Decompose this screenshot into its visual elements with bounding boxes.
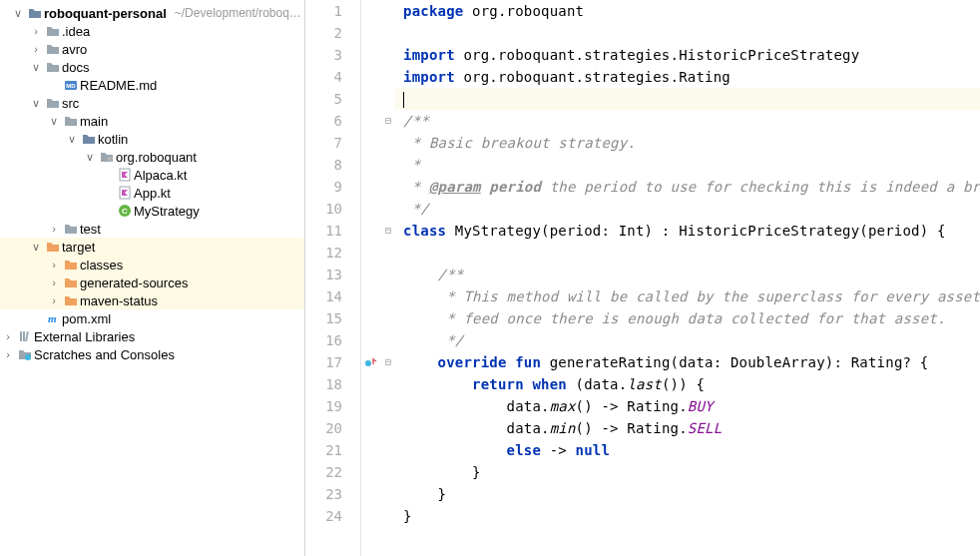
svg-point-2: [108, 157, 113, 162]
folder-icon: [26, 6, 44, 20]
chevron-down-icon[interactable]: ∨: [82, 151, 98, 164]
tree-item-mavenstatus[interactable]: › maven-status: [0, 291, 304, 309]
line-number[interactable]: 16: [319, 329, 342, 351]
tree-item-label: target: [62, 240, 95, 255]
line-number[interactable]: 21: [319, 439, 342, 461]
source-folder-icon: [80, 132, 98, 146]
line-number[interactable]: 4: [319, 66, 342, 88]
line-number[interactable]: 9: [319, 176, 342, 198]
line-number[interactable]: 1: [319, 0, 342, 22]
tree-item-docs[interactable]: ∨ docs: [0, 58, 304, 76]
chevron-down-icon[interactable]: ∨: [28, 241, 44, 254]
line-number[interactable]: 23: [319, 483, 342, 505]
line-number[interactable]: 2: [319, 22, 342, 44]
project-tree-panel: ∨ roboquant-personal ~/Development/roboq…: [0, 0, 305, 556]
chevron-right-icon[interactable]: ›: [0, 330, 16, 342]
chevron-right-icon[interactable]: ›: [28, 43, 44, 55]
tree-item-label: classes: [80, 258, 123, 273]
line-number[interactable]: 10: [319, 198, 342, 220]
line-number[interactable]: 24: [319, 505, 342, 527]
tree-item-label: MyStrategy: [134, 204, 200, 219]
project-tree: ∨ roboquant-personal ~/Development/roboq…: [0, 0, 304, 363]
tree-item-classes[interactable]: › classes: [0, 256, 304, 274]
line-number[interactable]: 14: [319, 285, 342, 307]
tree-item-label: org.roboquant: [116, 150, 197, 165]
fold-toggle-icon[interactable]: ⊟: [381, 220, 395, 242]
tree-item-app[interactable]: App.kt: [0, 184, 304, 202]
line-number[interactable]: 5: [319, 88, 342, 110]
tree-item-label: docs: [62, 60, 89, 75]
tree-item-readme[interactable]: MD README.md: [0, 76, 304, 94]
svg-text:C: C: [122, 207, 128, 216]
line-number[interactable]: 12: [319, 242, 342, 264]
tree-item-root[interactable]: ∨ roboquant-personal ~/Development/roboq…: [0, 4, 304, 22]
code-area[interactable]: package org.roboquant import org.roboqua…: [395, 0, 980, 556]
tree-item-label: src: [62, 96, 79, 111]
tree-item-avro[interactable]: › avro: [0, 40, 304, 58]
tree-item-label: .idea: [62, 24, 90, 39]
line-number[interactable]: 6: [319, 110, 342, 132]
tree-item-kotlin[interactable]: ∨ kotlin: [0, 130, 304, 148]
scratches-icon: [16, 347, 34, 361]
tree-item-src[interactable]: ∨ src: [0, 94, 304, 112]
tree-item-label: avro: [62, 42, 87, 57]
chevron-right-icon[interactable]: ›: [28, 25, 44, 37]
tree-item-idea[interactable]: › .idea: [0, 22, 304, 40]
chevron-right-icon[interactable]: ›: [46, 223, 62, 235]
chevron-right-icon[interactable]: ›: [46, 259, 62, 271]
tree-item-scratches[interactable]: › Scratches and Consoles: [0, 345, 304, 363]
tree-item-target[interactable]: ∨ target: [0, 238, 304, 256]
tree-item-label: pom.xml: [62, 311, 111, 326]
package-icon: [98, 150, 116, 164]
chevron-down-icon[interactable]: ∨: [64, 133, 80, 146]
line-number-gutter: 1 2 3 4 5 6 7 8 9 10 11 12 13 14 15 16 1…: [305, 0, 361, 556]
line-number[interactable]: 20: [319, 417, 342, 439]
tree-item-label: Alpaca.kt: [134, 168, 187, 183]
tree-item-extlibs[interactable]: › External Libraries: [0, 327, 304, 345]
line-number[interactable]: 18: [319, 373, 342, 395]
line-number[interactable]: 19: [319, 395, 342, 417]
fold-gutter: ⊟ ⊟ ⊟: [381, 0, 395, 556]
folder-icon: [44, 42, 62, 56]
tree-item-mystrategy[interactable]: C MyStrategy: [0, 202, 304, 220]
tree-item-label: kotlin: [98, 132, 128, 147]
folder-icon: [44, 96, 62, 110]
chevron-right-icon[interactable]: ›: [46, 277, 62, 288]
tree-item-label: App.kt: [134, 186, 171, 201]
tree-item-label: main: [80, 114, 108, 129]
tree-item-test[interactable]: › test: [0, 220, 304, 238]
markdown-file-icon: MD: [62, 78, 80, 92]
line-number[interactable]: 17: [319, 351, 342, 373]
line-number[interactable]: 13: [319, 264, 342, 285]
folder-icon: [62, 114, 80, 128]
folder-icon: [44, 60, 62, 74]
tree-item-label: test: [80, 222, 101, 237]
chevron-down-icon[interactable]: ∨: [28, 97, 44, 110]
line-number[interactable]: 3: [319, 44, 342, 66]
tree-item-alpaca[interactable]: Alpaca.kt: [0, 166, 304, 184]
tree-item-gensources[interactable]: › generated-sources: [0, 274, 304, 291]
tree-item-label: README.md: [80, 78, 157, 93]
tree-item-label: Scratches and Consoles: [34, 347, 175, 362]
tree-item-pom[interactable]: m pom.xml: [0, 309, 304, 327]
line-number[interactable]: 7: [319, 132, 342, 154]
svg-point-12: [365, 360, 371, 366]
text-caret: [403, 92, 404, 108]
line-number[interactable]: 8: [319, 154, 342, 176]
tree-item-package[interactable]: ∨ org.roboquant: [0, 148, 304, 166]
override-indicator-icon[interactable]: [361, 351, 381, 373]
fold-toggle-icon[interactable]: ⊟: [381, 351, 395, 373]
chevron-right-icon[interactable]: ›: [0, 348, 16, 360]
chevron-down-icon[interactable]: ∨: [28, 61, 44, 74]
code-editor[interactable]: 1 2 3 4 5 6 7 8 9 10 11 12 13 14 15 16 1…: [305, 0, 980, 556]
chevron-down-icon[interactable]: ∨: [46, 115, 62, 128]
tree-item-main[interactable]: ∨ main: [0, 112, 304, 130]
line-number[interactable]: 11: [319, 220, 342, 242]
tree-item-label: generated-sources: [80, 276, 188, 290]
line-number[interactable]: 15: [319, 307, 342, 329]
chevron-right-icon[interactable]: ›: [46, 294, 62, 306]
chevron-down-icon[interactable]: ∨: [10, 7, 26, 20]
line-number[interactable]: 22: [319, 461, 342, 483]
fold-toggle-icon[interactable]: ⊟: [381, 110, 395, 132]
tree-item-label: maven-status: [80, 293, 158, 308]
